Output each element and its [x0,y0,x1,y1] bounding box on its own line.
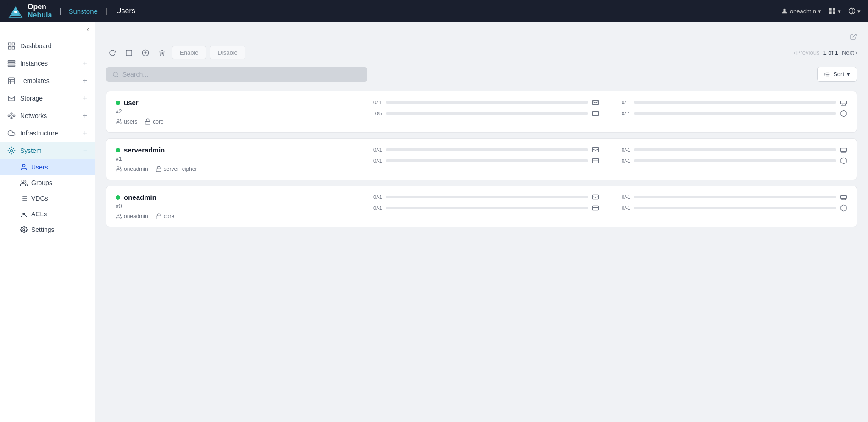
auth-label-serveradmin: server_cipher [164,166,197,172]
sidebar-item-dashboard[interactable]: Dashboard [0,37,95,55]
next-button[interactable]: Next › [842,49,857,56]
sidebar-item-system[interactable]: System − [0,142,95,159]
svg-rect-25 [11,118,12,119]
sort-icon [824,71,830,78]
previous-label: Previous [796,49,820,56]
groups-icon [20,179,28,186]
sidebar-item-templates[interactable]: Templates + [0,72,95,90]
delete-button[interactable] [156,46,168,59]
page-info: 1 of 1 [823,49,838,56]
auth-icon-user [145,118,151,125]
sidebar-subitem-acls[interactable]: ACLs [0,206,95,222]
previous-button[interactable]: ‹ Previous [793,49,819,56]
svg-rect-15 [8,63,15,64]
group-icon-user [116,118,122,125]
res-bar-oneadmin-storage [386,196,588,198]
svg-point-60 [117,167,119,169]
sidebar-subitem-users[interactable]: Users [0,159,95,175]
create-button[interactable] [139,46,152,59]
topbar-left: Open Nebula | Sunstone | Users [7,3,135,19]
sidebar-item-infrastructure[interactable]: Infrastructure + [0,124,95,142]
language-chevron-icon: ▾ [857,8,861,15]
svg-point-30 [11,150,13,152]
grid-menu-button[interactable]: ▾ [829,7,841,15]
acls-sub-label: ACLs [31,210,47,218]
select-all-button[interactable] [122,46,135,59]
sidebar-collapse: ‹ [0,22,95,37]
user-card-serveradmin: serveradmin #1 oneadmin server_cipher [106,138,857,180]
svg-rect-24 [11,113,12,114]
svg-point-31 [22,164,25,167]
res-val-serveradmin-vm: 0/-1 [366,158,382,163]
net-res-icon-2 [840,146,847,153]
collapse-button[interactable]: ‹ [87,26,89,33]
sidebar-subitem-vdcs[interactable]: VDCs [0,191,95,206]
net-res-icon [840,99,847,106]
previous-chevron: ‹ [793,49,795,56]
breadcrumb-separator: | [106,7,108,15]
auth-icon-serveradmin [156,166,162,172]
auth-label-oneadmin: core [164,213,174,219]
storage-res-icon [592,99,599,106]
group-label-oneadmin: oneadmin [124,213,148,219]
networks-expand-icon: + [83,112,87,120]
search-input[interactable] [122,71,361,78]
infrastructure-label: Infrastructure [20,129,58,137]
res-bar-user-storage [386,101,588,104]
res-val-user-storage: 0/-1 [366,100,382,105]
svg-point-46 [113,72,117,76]
user-label: oneadmin [790,8,816,15]
res-bar-oneadmin-net [634,196,836,198]
storage-label: Storage [20,95,43,102]
img-res-icon [840,110,847,117]
vm-res-icon-2 [592,157,599,164]
svg-rect-16 [8,65,15,67]
svg-rect-61 [156,169,161,171]
enable-button[interactable]: Enable [172,46,206,59]
storage-expand-icon: + [83,94,87,102]
refresh-button[interactable] [106,46,119,59]
sidebar-subitem-settings[interactable]: Settings [0,222,95,237]
sidebar-subitem-groups[interactable]: Groups [0,175,95,191]
system-label: System [20,147,42,154]
sidebar-item-storage[interactable]: Storage + [0,90,95,107]
username-oneadmin: oneadmin [124,193,156,201]
infrastructure-expand-icon: + [83,129,87,137]
svg-rect-74 [840,196,846,199]
res-val-oneadmin-img: 0/-1 [614,205,630,211]
res-bar-oneadmin-img [634,207,836,209]
svg-rect-6 [833,8,835,11]
res-val-oneadmin-vm: 0/-1 [366,205,382,211]
toolbar: Enable Disable ‹ Previous 1 of 1 Next › [106,46,857,59]
instances-expand-icon: + [83,59,87,68]
language-button[interactable]: ▾ [848,7,861,15]
sort-chevron-icon: ▾ [847,71,850,78]
storage-res-icon-2 [592,146,599,153]
sort-label: Sort [833,71,844,78]
storage-res-icon-3 [592,193,599,201]
status-dot-user [116,101,120,105]
globe-icon [848,7,856,15]
storage-icon [7,94,16,102]
sort-button[interactable]: Sort ▾ [817,67,857,82]
topbar-right: oneadmin ▾ ▾ ▾ [781,7,861,15]
brand-name: Open Nebula [28,3,52,19]
sidebar-item-networks[interactable]: Networks + [0,107,95,124]
sidebar-item-instances[interactable]: Instances + [0,55,95,72]
templates-icon [7,77,16,85]
dashboard-icon [7,42,16,50]
acls-icon [20,210,28,218]
svg-rect-14 [8,60,15,62]
external-link-button[interactable] [850,33,857,42]
user-menu-button[interactable]: oneadmin ▾ [781,7,821,15]
group-label-serveradmin: oneadmin [124,166,148,172]
username-serveradmin: serveradmin [124,146,165,154]
disable-button[interactable]: Disable [210,46,245,59]
breadcrumb-page: Users [116,7,135,15]
user-meta-user: users core [116,118,356,125]
res-bar-serveradmin-net [634,148,836,151]
svg-rect-63 [592,158,598,163]
select-all-icon [125,49,133,56]
vdcs-sub-label: VDCs [31,195,48,202]
svg-rect-70 [156,216,161,219]
